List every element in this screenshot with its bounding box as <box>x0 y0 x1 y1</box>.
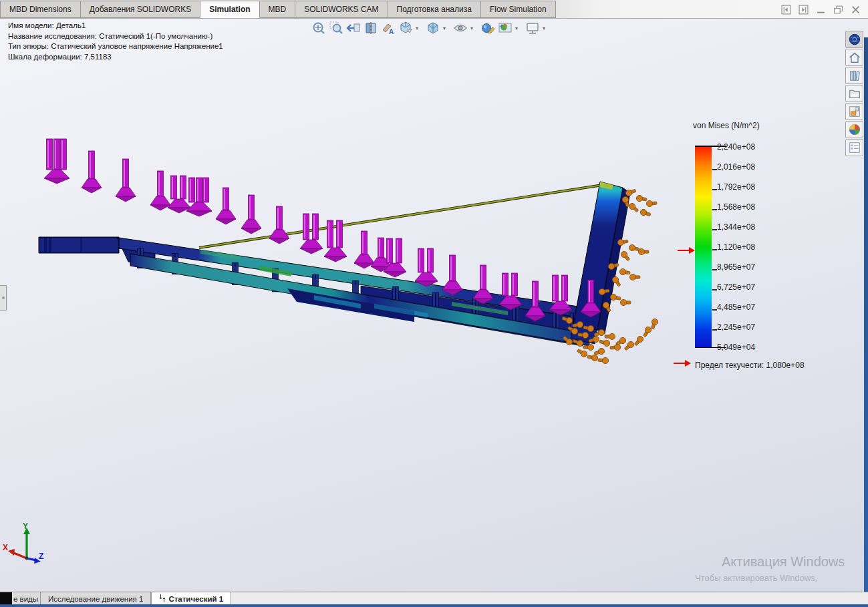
legend-value: 2,240e+08 <box>717 142 790 152</box>
plot-info-line-3: Шкала деформации: 7,51183 <box>8 52 223 63</box>
dropdown-caret-icon[interactable]: ▾ <box>470 25 473 31</box>
legend-value: 4,485e+07 <box>717 302 790 312</box>
graphics-viewport[interactable]: Y X Z Имя модели: Деталь1Название исслед… <box>0 19 868 592</box>
plot-info-line-1: Название исследования: Статический 1(-По… <box>8 31 223 42</box>
home-icon <box>848 51 861 64</box>
legend-value: 1,344e+08 <box>717 222 790 232</box>
fixture-pin <box>610 344 621 351</box>
annotation-view-button[interactable]: A <box>380 19 397 37</box>
edit-appearance-button[interactable] <box>479 19 496 37</box>
triad-z-label: Z <box>39 552 43 561</box>
command-tab-5[interactable]: Подготовка анализа <box>388 1 481 18</box>
study-icon <box>159 594 166 604</box>
study-tab-label: Исследование движения 1 <box>48 595 143 603</box>
file-explorer-button[interactable] <box>845 85 863 102</box>
command-tab-2[interactable]: Simulation <box>200 1 259 18</box>
file-explorer-icon <box>848 87 861 100</box>
apply-scene-button[interactable] <box>496 19 514 37</box>
legend-value: 2,016e+08 <box>717 162 790 172</box>
appearances-scenes-icon <box>848 123 861 136</box>
minimize-button[interactable] <box>815 5 827 15</box>
previous-view-button[interactable] <box>345 19 362 37</box>
legend-title: von Mises (N/m^2) <box>693 121 760 130</box>
zoom-to-fit-button[interactable] <box>310 19 327 37</box>
home-button[interactable] <box>845 49 863 66</box>
task-pane-edge[interactable] <box>864 37 868 604</box>
study-tabbar-filler <box>231 592 868 605</box>
yield-level-arrow-icon <box>678 247 695 254</box>
view-settings-button[interactable] <box>524 19 541 37</box>
legend-value: 1,792e+08 <box>717 182 790 192</box>
triad-x-label: X <box>3 543 8 552</box>
fixture-pin <box>646 200 657 207</box>
view-orientation-icon <box>398 21 413 35</box>
view-palette-button[interactable] <box>845 103 863 120</box>
plot-info-line-2: Тип эпюры: Статический узловое напряжени… <box>8 41 223 52</box>
left-pane-collapse-handle[interactable] <box>0 285 7 311</box>
command-tab-4[interactable]: SOLIDWORKS CAM <box>295 1 388 18</box>
fixture-pin <box>625 188 637 197</box>
command-tab-6[interactable]: Flow Simulation <box>480 1 556 18</box>
reference-triad: Y X Z <box>3 522 43 564</box>
apply-scene-icon <box>498 21 513 35</box>
custom-properties-button[interactable] <box>845 139 863 156</box>
collapse-right-pane-button[interactable] <box>798 5 809 15</box>
command-tab-3[interactable]: MBD <box>259 1 296 18</box>
collapse-left-pane-icon <box>781 5 791 15</box>
dropdown-caret-icon[interactable]: ▾ <box>443 25 446 31</box>
load-arrow <box>384 238 406 277</box>
legend-value: 6,725e+07 <box>717 282 790 292</box>
design-library-button[interactable] <box>845 67 863 84</box>
edit-appearance-icon <box>480 21 495 35</box>
window-controls <box>780 5 861 15</box>
command-tab-0[interactable]: MBD Dimensions <box>0 1 81 18</box>
restore-button[interactable] <box>833 5 844 15</box>
solidworks-window: MBD DimensionsДобавления SOLIDWORKSSimul… <box>0 0 868 607</box>
section-view-button[interactable] <box>362 19 380 37</box>
legend-tick <box>712 309 717 311</box>
load-arrow <box>186 178 212 216</box>
fixture-pin <box>598 357 609 364</box>
legend-tick <box>712 289 717 290</box>
load-arrow <box>241 195 261 234</box>
fixture-pin <box>628 202 640 214</box>
collapse-right-pane-icon <box>799 5 809 15</box>
dropdown-caret-icon[interactable]: ▾ <box>416 25 418 31</box>
dropdown-caret-icon[interactable]: ▾ <box>515 25 518 31</box>
study-tab-1[interactable]: Исследование движения 1 <box>41 592 151 605</box>
legend-tick <box>712 229 717 230</box>
dropdown-caret-icon[interactable]: ▾ <box>543 25 545 31</box>
command-tab-1[interactable]: Добавления SOLIDWORKS <box>80 1 201 18</box>
load-arrow <box>549 275 572 315</box>
fixture-pin <box>599 339 610 347</box>
zoom-to-area-button[interactable] <box>327 19 345 37</box>
study-tab-0[interactable]: е виды <box>12 592 41 605</box>
task-pane-strip <box>845 31 863 156</box>
fixture-pin <box>605 333 615 339</box>
solidworks-resources-button[interactable] <box>845 31 863 48</box>
load-arrow <box>269 206 289 244</box>
study-tab-2[interactable]: Статический 1 <box>151 592 231 605</box>
design-library-icon <box>848 69 861 82</box>
windows-activation-watermark-subtitle: Чтобы активировать Windows, <box>695 573 817 583</box>
plot-info-block: Имя модели: Деталь1Название исследования… <box>8 21 223 62</box>
fixture-pin <box>620 250 631 262</box>
taskbar-corner-block <box>0 592 12 605</box>
truss-beam-model <box>39 182 630 346</box>
tie-rod <box>199 184 607 248</box>
load-arrow <box>82 151 102 193</box>
hide-show-items-button[interactable] <box>452 19 469 37</box>
study-tab-label: е виды <box>13 595 38 603</box>
close-button[interactable] <box>850 5 861 15</box>
annotation-view-icon: A <box>381 21 396 35</box>
fixture-pin <box>629 274 640 280</box>
hide-show-items-icon <box>453 21 468 35</box>
view-orientation-button[interactable] <box>397 19 414 37</box>
legend-value: 1,568e+08 <box>717 202 790 212</box>
minimize-icon <box>816 5 826 15</box>
legend-value: 2,245e+07 <box>717 323 790 332</box>
yield-label-arrow-icon <box>674 360 691 367</box>
display-style-button[interactable] <box>424 19 442 37</box>
collapse-left-pane-button[interactable] <box>780 5 792 15</box>
appearances-scenes-button[interactable] <box>845 121 863 138</box>
